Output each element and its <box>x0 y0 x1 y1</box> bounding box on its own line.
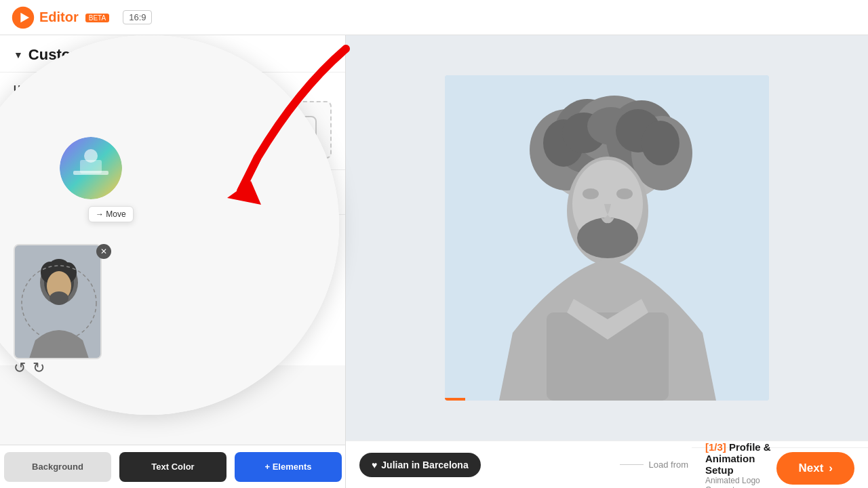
scale-plus-button[interactable]: + <box>147 253 166 272</box>
upload-box: Use high-resolution images for best resu… <box>14 101 332 159</box>
section-title: Custom Profile <box>28 46 134 64</box>
preview-canvas <box>346 35 868 441</box>
beta-badge: BETA <box>85 14 109 22</box>
upload-button[interactable]: Upload <box>250 116 317 144</box>
upload-label: Upload Logo/Avatar <box>14 83 332 94</box>
next-button[interactable]: Next › <box>776 452 854 485</box>
photo-controls: ↺ ↻ <box>14 359 45 377</box>
load-from-label: Load from <box>649 460 689 470</box>
next-chevron-icon: › <box>829 462 833 475</box>
footer-step-info: [1/3] Profile & Animation Setup Animated… <box>705 441 776 488</box>
footer: [1/3] Profile & Animation Setup Animated… <box>692 447 868 488</box>
preview-image-container <box>445 75 769 401</box>
footer-step-title: [1/3] Profile & Animation Setup <box>705 441 776 476</box>
logo-appearance-title: Logo appearance <box>14 226 332 237</box>
favorite-button[interactable]: ♥ Julian in Barcelona <box>359 453 481 477</box>
undo-section: ← Undo <box>0 170 345 215</box>
logo-area: Editor BETA <box>11 5 109 30</box>
rotate-right-icon[interactable]: ↻ <box>33 359 45 377</box>
tab-background[interactable]: Background <box>4 452 111 482</box>
sidebar-photo <box>14 244 102 359</box>
close-photo-button[interactable]: ✕ <box>96 244 111 259</box>
tab-elements[interactable]: + Elements <box>235 452 342 482</box>
divider-left <box>620 464 644 465</box>
svg-point-32 <box>616 188 633 199</box>
ratio-badge: 16:9 <box>123 10 152 24</box>
svg-point-27 <box>642 121 679 165</box>
collapse-arrow-icon[interactable]: ▼ <box>14 49 23 60</box>
undo-button[interactable]: ← Undo <box>14 178 332 206</box>
svg-point-30 <box>577 218 638 258</box>
app-name: Editor <box>39 9 79 25</box>
upload-section: Upload Logo/Avatar Use high-resolution i… <box>0 73 345 170</box>
tab-text-color[interactable]: Text Color <box>119 452 226 482</box>
preview-progress-indicator <box>445 398 465 401</box>
footer-step-subtitle: Animated Logo Generator <box>705 476 776 488</box>
preview-portrait <box>445 75 769 401</box>
top-bar: Editor BETA 16:9 <box>0 0 868 35</box>
undo-icon: ← <box>152 186 162 198</box>
svg-point-31 <box>583 188 599 199</box>
sidebar-photo-image <box>15 245 102 359</box>
bottom-tabs: Background Text Color + Elements <box>0 445 346 488</box>
svg-point-9 <box>50 291 68 305</box>
main-preview: ♥ Julian in Barcelona Load from AI Favs … <box>346 35 868 488</box>
heart-icon: ♥ <box>372 460 377 470</box>
rotate-left-icon[interactable]: ↺ <box>14 359 26 377</box>
scale-minus-button[interactable]: − <box>121 253 140 272</box>
custom-profile-header: ▼ Custom Profile <box>0 35 345 73</box>
upload-hint: Use high-resolution images for best resu… <box>28 117 250 142</box>
app-logo-icon <box>11 5 35 30</box>
